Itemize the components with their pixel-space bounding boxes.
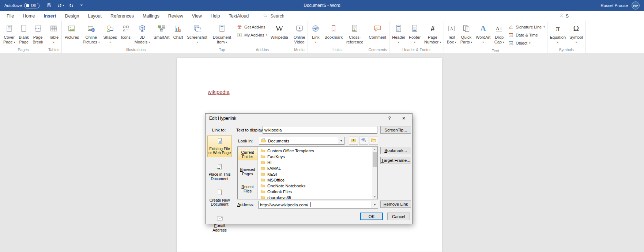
ribbon-button-document-item[interactable]: DocumentItem ▾ <box>211 22 233 47</box>
ribbon-button-link[interactable]: Link▾ <box>309 22 323 47</box>
tab-view[interactable]: View <box>188 11 206 21</box>
browse-tab-recent-files[interactable]: Recent Files <box>238 183 257 195</box>
bookmark-button[interactable]: Bookmark... <box>380 147 411 154</box>
customize-quick-access-toolbar-button[interactable] <box>79 2 84 9</box>
tab-design[interactable]: Design <box>61 11 84 21</box>
scrollbar-up-arrow[interactable]: ▲ <box>372 147 377 152</box>
ribbon-button-shapes[interactable]: Shapes▾ <box>101 22 118 47</box>
text-to-display-label: Text to display: <box>236 128 264 132</box>
user-name[interactable]: Russel Prouse <box>600 3 628 8</box>
folder-item-msoffice[interactable]: MSOffice <box>258 177 372 183</box>
ribbon-button-online-pictures[interactable]: OnlinePictures ▾ <box>81 22 101 47</box>
remove-link-button[interactable]: Remove Link <box>380 201 411 208</box>
look-in-combo[interactable]: Documents ▾ <box>259 137 344 145</box>
browse-tab-current-folder[interactable]: Current Folder <box>238 149 257 160</box>
ribbon-button-equation[interactable]: πEquation▾ <box>548 22 568 47</box>
ribbon-button-wordart[interactable]: AWordArt▾ <box>474 22 492 48</box>
folder-item-sharpkeys35[interactable]: sharpkeys35 <box>258 195 372 199</box>
ribbon-button-screenshot[interactable]: Screenshot▾ <box>185 22 209 47</box>
ribbon-button-footer[interactable]: Footer▾ <box>407 22 422 47</box>
ribbon-button-date-time[interactable]: Date & Time <box>508 31 545 38</box>
undo-dropdown-arrow[interactable]: ▾ <box>63 4 64 7</box>
ribbon-button-3d-models[interactable]: 3DModels ▾ <box>133 22 152 47</box>
ribbon-button-text-box[interactable]: ATextBox ▾ <box>445 22 459 48</box>
tab-references[interactable]: References <box>106 11 138 21</box>
ribbon-button-comment[interactable]: Comment <box>367 22 388 47</box>
footer-icon <box>410 23 419 34</box>
tab-mailings[interactable]: Mailings <box>138 11 164 21</box>
ribbon-button-get-add-ins[interactable]: Get Add-ins <box>236 23 267 30</box>
screentip-button[interactable]: ScreenTip... <box>380 126 411 134</box>
linkto-e-mail-address[interactable]: E-mail Address <box>207 213 232 234</box>
address-combo[interactable]: http://www.wikipedia.com/ ▾ <box>258 201 378 209</box>
browse-files-button[interactable] <box>369 137 378 145</box>
browse-web-button[interactable] <box>359 137 368 145</box>
symbol-icon: Ω <box>573 23 579 34</box>
linkto-place-in-this-document[interactable]: Place in This Document <box>207 161 232 183</box>
ribbon-button-symbol[interactable]: ΩSymbol▾ <box>568 22 585 47</box>
folder-item-custom-office-templates[interactable]: Custom Office Templates <box>258 148 372 154</box>
share-button[interactable]: S <box>559 11 569 21</box>
tab-review[interactable]: Review <box>164 11 188 21</box>
ribbon-button-online-video[interactable]: OnlineVideo <box>292 22 307 47</box>
cancel-button[interactable]: Cancel <box>387 213 410 220</box>
save-icon <box>46 2 52 9</box>
target-frame-button[interactable]: Target Frame... <box>380 157 411 164</box>
scrollbar-down-arrow[interactable]: ▼ <box>372 194 377 199</box>
ribbon-button-wikipedia[interactable]: WWikipedia <box>269 22 290 47</box>
folder-item-onenote-notebooks[interactable]: OneNote Notebooks <box>258 183 372 189</box>
ok-button[interactable]: OK <box>360 213 383 220</box>
folder-item-fastkeys[interactable]: FastKeys <box>258 154 372 160</box>
linkto-create-new-document[interactable]: Create New Document <box>207 187 232 209</box>
ribbon-button-bookmark[interactable]: Bookmark <box>323 22 344 47</box>
linkto-existing-file-or-web-page[interactable]: Existing File or Web Page <box>207 135 232 157</box>
ribbon-button-page-number[interactable]: #PageNumber ▾ <box>422 22 443 47</box>
ribbon-button-cross-reference[interactable]: Cross-reference <box>344 22 365 47</box>
tab-layout[interactable]: Layout <box>83 11 106 21</box>
table-icon <box>49 23 59 34</box>
folder-item-kamal[interactable]: kAMAL <box>258 165 372 171</box>
ribbon-button-smartart[interactable]: SmartArt <box>152 22 171 47</box>
scrollbar-thumb[interactable] <box>373 152 377 167</box>
ribbon-button-quick-parts[interactable]: QuickParts ▾ <box>459 22 474 48</box>
ribbon-group-label: Illustrations <box>63 47 209 53</box>
address-dropdown-button[interactable]: ▾ <box>372 201 378 208</box>
dialog-close-button[interactable]: ✕ <box>398 114 410 123</box>
ribbon-button-table[interactable]: Table▾ <box>47 22 61 47</box>
autosave-toggle[interactable]: Off <box>24 3 39 8</box>
ribbon-button-my-add-ins[interactable]: My Add-ins ▾ <box>236 31 267 38</box>
up-folder-icon <box>350 137 357 144</box>
ribbon-button-cover-page[interactable]: CoverPage ▾ <box>1 22 17 47</box>
ribbon-button-page-break[interactable]: PageBreak <box>31 22 45 47</box>
folder-item-hi[interactable]: HI <box>258 160 372 165</box>
folder-item-kesi[interactable]: KESI <box>258 171 372 177</box>
ribbon-button-header[interactable]: Header▾ <box>390 22 407 47</box>
look-in-dropdown-button[interactable]: ▾ <box>338 137 344 144</box>
undo-button[interactable]: ↺▾ <box>57 3 64 8</box>
date-time-icon <box>508 32 514 38</box>
ribbon-button-signature-line[interactable]: Signature Line ▾ <box>508 23 545 30</box>
ribbon-button-object[interactable]: Object ▾ <box>508 39 545 46</box>
redo-button[interactable]: ↻ <box>69 3 74 8</box>
folder-list-scrollbar[interactable]: ▲ ▼ <box>372 147 377 199</box>
ribbon-button-pictures[interactable]: Pictures <box>63 22 81 47</box>
tab-insert[interactable]: Insert <box>39 11 61 21</box>
save-button[interactable] <box>46 2 52 9</box>
ribbon-button-icons[interactable]: Icons <box>119 22 133 47</box>
browse-tab-browsed-pages[interactable]: Browsed Pages <box>238 166 257 177</box>
search-box[interactable]: Search <box>263 13 284 19</box>
folder-item-outlook-files[interactable]: Outlook Files <box>258 189 372 195</box>
document-hyperlink[interactable]: wikipedia <box>208 89 230 95</box>
tab-textaloud[interactable]: TextAloud <box>224 11 253 21</box>
ribbon-button-blank-page[interactable]: BlankPage <box>17 22 31 47</box>
tab-home[interactable]: Home <box>18 11 39 21</box>
user-avatar[interactable]: RP <box>632 1 640 9</box>
dialog-title-bar[interactable]: Edit Hyperlink <box>206 114 412 123</box>
dialog-help-button[interactable]: ? <box>384 114 395 123</box>
tab-help[interactable]: Help <box>206 11 225 21</box>
tab-file[interactable]: File <box>2 11 18 21</box>
text-to-display-input[interactable] <box>263 126 377 134</box>
ribbon-button-drop-cap[interactable]: ADropCap ▾ <box>492 22 506 48</box>
up-one-folder-button[interactable] <box>349 137 358 145</box>
ribbon-button-chart[interactable]: Chart <box>171 22 185 47</box>
